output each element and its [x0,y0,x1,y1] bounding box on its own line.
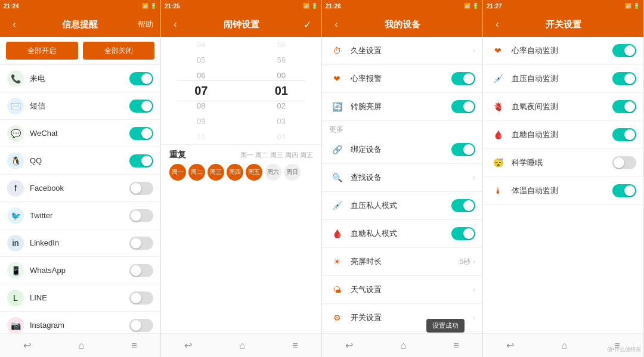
back-icon-3[interactable]: ‹ [329,19,343,30]
nav-back-3[interactable]: ↩ [345,340,353,351]
device-item[interactable]: 🔍 查找设备 › [322,164,482,192]
device-value: 5秒 [459,257,470,267]
nav-menu-4[interactable]: ≡ [614,340,620,351]
notif-toggle[interactable] [129,209,153,222]
device-icon: ❤ [329,71,345,86]
bottom-nav-4: ↩ ⌂ ≡ [483,333,643,357]
device-toggle[interactable] [451,100,475,113]
nav-back-2[interactable]: ↩ [184,340,192,351]
notif-app-icon: 📱 [7,262,24,279]
switch-name: 血糖自动监测 [512,129,612,140]
device-toggle[interactable] [451,199,475,212]
switch-toggle[interactable] [612,72,636,85]
notif-toggle[interactable] [129,319,153,332]
notif-toggle[interactable] [129,72,153,85]
notification-item: 🐧 QQ [0,147,160,175]
device-item[interactable]: ☀ 亮屏时长 5秒› [322,248,482,276]
device-toggle[interactable] [451,227,475,240]
device-item[interactable]: 📷 拍照 › [322,332,482,333]
btn-all-on[interactable]: 全部开启 [6,42,78,60]
notification-item: f Facebook [0,175,160,202]
device-item[interactable]: 🔄 转腕亮屏 [322,93,482,121]
nav-menu-2[interactable]: ≡ [292,340,298,351]
switch-toggle[interactable] [612,184,636,197]
notif-toggle[interactable] [129,237,153,250]
hour-item[interactable]: 05 [161,52,242,68]
nav-home-1[interactable]: ⌂ [78,340,84,351]
day-button[interactable]: 周六 [265,164,281,181]
hour-item[interactable]: 04 [161,37,242,52]
switch-toggle[interactable] [612,100,636,113]
back-icon-4[interactable]: ‹ [490,19,504,30]
repeat-section: 重复 周一 周二 周三 周四 周五 周一周二周三周四周五周六周日 [161,144,321,185]
device-toggle[interactable] [451,143,475,156]
title-4: 开关设置 [504,19,622,30]
device-name: 天气设置 [351,284,473,295]
switch-item: 💉 血压自动监测 [483,65,643,93]
day-button[interactable]: 周二 [188,164,205,181]
help-button-1[interactable]: 帮助 [138,19,153,30]
notif-app-name: LinkedIn [30,238,129,247]
hour-item[interactable]: 10 [161,129,242,144]
day-button[interactable]: 周五 [246,164,262,181]
nav-menu-3[interactable]: ≡ [453,340,459,351]
minute-item[interactable]: 04 [242,129,322,144]
notification-item: 📞 来电 [0,65,160,92]
notif-toggle[interactable] [129,100,153,113]
repeat-header: 重复 周一 周二 周三 周四 周五 [169,150,313,160]
switch-name: 心率自动监测 [512,45,612,56]
notification-item: ✉️ 短信 [0,92,160,120]
notif-toggle[interactable] [129,264,153,277]
device-item[interactable]: 🩸 血糖私人模式 [322,220,482,248]
title-1: 信息提醒 [21,19,138,30]
device-name: 久坐设置 [351,45,473,56]
title-3: 我的设备 [343,19,461,30]
day-button[interactable]: 周一 [169,164,186,181]
nav-back-4[interactable]: ↩ [506,340,514,351]
switch-item: ❤ 心率自动监测 [483,37,643,65]
back-icon-1[interactable]: ‹ [7,19,21,30]
day-button[interactable]: 周日 [284,164,301,181]
repeat-days-text: 周一 周二 周三 周四 周五 [240,151,313,160]
device-item[interactable]: 🌤 天气设置 › [322,276,482,304]
day-button[interactable]: 周四 [227,164,243,181]
minute-item[interactable]: 59 [242,52,322,68]
device-item[interactable]: ❤ 心率报警 [322,65,482,93]
nav-back-1[interactable]: ↩ [23,340,31,351]
switch-toggle[interactable] [612,44,636,57]
device-item[interactable]: ⏱ 久坐设置 › [322,37,482,65]
notification-item: L LINE [0,284,160,312]
switch-toggle[interactable] [612,128,636,141]
notif-toggle[interactable] [129,154,153,167]
device-toggle[interactable] [451,72,475,85]
notif-toggle[interactable] [129,182,153,195]
chevron-icon: › [473,257,475,266]
time-scroll-area[interactable]: 04050607080910 58590001020304 [161,37,321,144]
device-icon: 🩸 [329,226,345,241]
hour-item[interactable]: 09 [161,114,242,129]
nav-home-3[interactable]: ⌂ [400,340,406,351]
status-bar-3: 21:26 📶 🔋 [322,0,482,12]
switch-name: 体温自动监测 [512,185,612,196]
device-icon: ☀ [329,254,345,269]
switch-toggle[interactable] [612,156,636,169]
device-item[interactable]: 💉 血压私人模式 [322,192,482,220]
notif-toggle[interactable] [129,127,153,140]
minute-item[interactable]: 58 [242,37,322,52]
minute-item[interactable]: 03 [242,114,322,129]
check-icon[interactable]: ✓ [300,19,314,30]
notif-toggle[interactable] [129,291,153,305]
device-name: 转腕亮屏 [351,101,451,112]
btn-all-off[interactable]: 全部关闭 [83,42,155,60]
device-item[interactable]: ⚙ 开关设置 › 设置成功 [322,304,482,332]
back-icon-2[interactable]: ‹ [168,19,182,30]
device-icon: 💉 [329,198,345,213]
switch-icon: 🫀 [490,99,506,114]
day-button[interactable]: 周三 [208,164,224,181]
nav-menu-1[interactable]: ≡ [131,340,137,351]
device-icon: 🔗 [329,142,345,157]
switch-icon: 😴 [490,155,506,170]
device-item[interactable]: 🔗 绑定设备 [322,136,482,164]
nav-home-4[interactable]: ⌂ [561,340,567,351]
nav-home-2[interactable]: ⌂ [239,340,245,351]
